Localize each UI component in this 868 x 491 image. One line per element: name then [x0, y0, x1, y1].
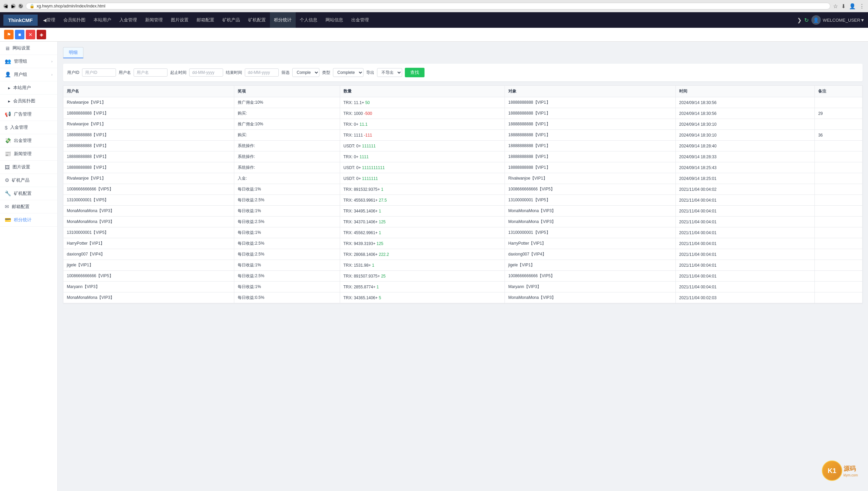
nav-more-icon[interactable]: ❯ — [797, 17, 802, 23]
account-icon[interactable]: 👤 — [849, 3, 856, 9]
sidebar-item-site-settings[interactable]: 🖥 网站设置 — [0, 42, 57, 55]
forward-button[interactable]: ▶ — [11, 4, 16, 8]
nav-item-image[interactable]: 图片设置 — [167, 12, 193, 28]
download-icon[interactable]: ⬇ — [841, 3, 846, 9]
end-label: 结束时间 — [226, 70, 242, 76]
cell-username: Rivalwanjoe【VIP1】 — [63, 119, 234, 130]
sidebar-item-ads[interactable]: 📢 广告管理 — [0, 108, 57, 121]
nav-arrow-left: ◀ — [43, 18, 46, 23]
cell-qty: USDT: 0+ 111111 — [340, 141, 505, 151]
sidebar-label-image-settings: 图片设置 — [13, 164, 30, 170]
cell-award: 每日收益:1% — [234, 184, 340, 195]
cell-username: 1008666666666【VIP5】 — [63, 271, 234, 282]
mail-icon: ✉ — [5, 204, 9, 210]
nav-label-profile: 个人信息 — [300, 17, 317, 23]
tab-detail[interactable]: 明细 — [63, 47, 83, 58]
toolbar-btn-3[interactable]: ✕ — [26, 30, 35, 39]
sidebar-item-news-mgmt[interactable]: 📰 新闻管理 — [0, 147, 57, 161]
nav-item-topology[interactable]: 会员拓扑图 — [59, 12, 90, 28]
start-date-input[interactable] — [189, 68, 223, 77]
sidebar-item-withdraw-mgmt[interactable]: 💸 出金管理 — [0, 134, 57, 147]
nav-user[interactable]: 👤 WELCOME_USER▼ — [811, 15, 865, 25]
back-button[interactable]: ◀ — [3, 4, 8, 8]
cell-time: 2024/09/14 18:25:01 — [676, 173, 815, 184]
nav-item-news[interactable]: 新闻管理 — [141, 12, 167, 28]
cell-qty: TRX: 0+ 11.1 — [340, 119, 505, 130]
ads-icon: 📢 — [5, 111, 11, 117]
sidebar-label-news-mgmt: 新闻管理 — [14, 151, 32, 157]
nav-item-mail[interactable]: 邮箱配置 — [193, 12, 218, 28]
type-select[interactable]: Complete — [333, 68, 363, 77]
nav-label-miner: 矿机产品 — [222, 17, 240, 23]
qty-positive: 1111 — [359, 155, 369, 159]
table-row: 1008666666666【VIP5】每日收益:1%TRX: 891532.93… — [63, 184, 863, 195]
cell-note — [815, 217, 863, 227]
sidebar-item-points-stats[interactable]: 💳 积分统计 — [0, 213, 57, 227]
app-header: ThinkCMF ◀ 管理 会员拓扑图 本站用户 入金管理 新闻管理 图片设置 … — [0, 12, 868, 28]
menu-icon[interactable]: ⋮ — [859, 3, 865, 9]
cell-qty: TRX: 891532.9375+ 1 — [340, 184, 505, 195]
nav-item-miner-config[interactable]: 矿机配置 — [244, 12, 270, 28]
sidebar-label-mail-config: 邮箱配置 — [12, 204, 29, 210]
sidebar-item-deposit-mgmt[interactable]: $ 入金管理 — [0, 121, 57, 134]
sidebar-item-mail-config[interactable]: ✉ 邮箱配置 — [0, 200, 57, 213]
nav-item-profile[interactable]: 个人信息 — [296, 12, 321, 28]
end-date-input[interactable] — [245, 68, 279, 77]
sidebar-item-miner-config[interactable]: 🔧 矿机配置 — [0, 187, 57, 200]
nav-item-miner[interactable]: 矿机产品 — [218, 12, 244, 28]
export-select[interactable]: 不导出 — [377, 68, 402, 77]
cell-award: 每日收益:2.5% — [234, 271, 340, 282]
table-row: Rivalwanjoe【VIP1】入金:USDT: 0+ 1111111Riva… — [63, 173, 863, 184]
sidebar-item-miner-products[interactable]: ⚙ 矿机产品 — [0, 174, 57, 187]
cell-note — [815, 282, 863, 292]
sidebar-label-site-settings: 网站设置 — [13, 45, 30, 51]
table-row: MonaMonaMona【VIP3】每日收益:1%TRX: 34495.1406… — [63, 206, 863, 217]
image-icon: 🖼 — [5, 164, 10, 170]
cell-award: 每日收益:1% — [234, 260, 340, 271]
star-icon[interactable]: ☆ — [833, 3, 838, 9]
nav-item-site-info[interactable]: 网站信息 — [321, 12, 347, 28]
cell-note: 36 — [815, 130, 863, 141]
cell-target: MonaMonaMona【VIP3】 — [505, 217, 676, 227]
toolbar-btn-4[interactable]: ◈ — [37, 30, 46, 39]
sidebar-item-local-users[interactable]: ▸ 本站用户 — [0, 81, 57, 95]
toolbar-btn-1[interactable]: ⚑ — [4, 30, 14, 39]
watermark-brand: 源码 — [844, 465, 858, 473]
search-button[interactable]: 查找 — [405, 68, 425, 77]
cell-username: 18888888888【VIP1】 — [63, 130, 234, 141]
username-input[interactable] — [134, 68, 167, 77]
nav-item-withdraw[interactable]: 出金管理 — [347, 12, 373, 28]
userid-input[interactable] — [82, 68, 116, 77]
nav-item-users[interactable]: 本站用户 — [90, 12, 115, 28]
nav-item-manage[interactable]: ◀ 管理 — [39, 12, 59, 28]
cell-time: 2024/09/14 18:30:10 — [676, 130, 815, 141]
table-row: MonaMonaMona【VIP3】每日收益:2.5%TRX: 34370.14… — [63, 217, 863, 227]
toolbar-btn-2[interactable]: ■ — [15, 30, 24, 39]
nav-item-points[interactable]: 积分统计 — [270, 12, 296, 28]
sidebar-item-user-group[interactable]: 👤 用户组 › — [0, 68, 57, 81]
address-bar: 🔒 xg.hwym.shop/admin/index/index.html — [26, 3, 830, 9]
nav-item-deposit[interactable]: 入金管理 — [115, 12, 141, 28]
sidebar-item-member-topology[interactable]: ▸ 会员拓扑图 — [0, 95, 57, 108]
cell-username: daxiong007【VIP4】 — [63, 249, 234, 260]
sidebar: 🖥 网站设置 👥 管理组 › 👤 用户组 › ▸ 本站用户 ▸ 会员拓扑图 📢 … — [0, 42, 58, 491]
export-label: 导出 — [366, 70, 374, 76]
nav-right: ❯ ↻ 👤 WELCOME_USER▼ — [797, 15, 865, 25]
nav-label-miner-config: 矿机配置 — [248, 17, 266, 23]
table-row: HarryPotter【VIP1】每日收益:2.5%TRX: 9439.3193… — [63, 238, 863, 249]
main-content: 明细 用户ID 用户名 起止时间 结束时间 筛选 Comple 类型 Compl… — [58, 42, 868, 491]
sidebar-item-admin-group[interactable]: 👥 管理组 › — [0, 55, 57, 68]
cell-note — [815, 195, 863, 206]
nav-refresh-icon[interactable]: ↻ — [804, 17, 809, 23]
table-row: Rivalwanjoe【VIP1】推广佣金:10%TRX: 11.1+ 5018… — [63, 97, 863, 108]
cell-username: 13100000001【VIP5】 — [63, 227, 234, 238]
cell-qty: TRX: 28068.1406+ 222.2 — [340, 249, 505, 260]
reload-button[interactable]: ↻ — [18, 4, 23, 8]
avatar: 👤 — [811, 15, 821, 25]
screen-select[interactable]: Comple — [292, 68, 319, 77]
miner-icon: ⚙ — [5, 177, 9, 183]
tab-bar: 明细 — [63, 47, 863, 58]
qty-positive: 111111 — [362, 144, 376, 148]
sidebar-item-image-settings[interactable]: 🖼 图片设置 — [0, 161, 57, 174]
cell-time: 2021/11/04 00:04:01 — [676, 195, 815, 206]
